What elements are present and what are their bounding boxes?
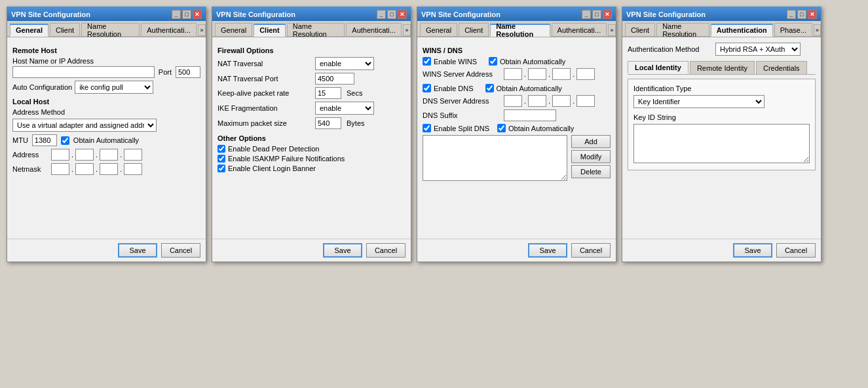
key-id-label: Key ID String	[633, 113, 676, 121]
close-btn-2[interactable]: ✕	[398, 10, 407, 19]
max-packet-input[interactable]	[315, 117, 341, 129]
mask-oct1[interactable]	[51, 163, 69, 175]
tab-nameres-1[interactable]: Name Resolution	[81, 23, 140, 36]
tab-client-2[interactable]: Client	[254, 24, 286, 37]
save-btn-1[interactable]: Save	[118, 243, 157, 258]
wins-obtain-auto-checkbox[interactable]	[489, 57, 497, 66]
maximize-btn-1[interactable]: □	[182, 10, 191, 19]
client-banner-checkbox[interactable]	[217, 165, 225, 172]
nat-traversal-row: NAT Traversal enable	[217, 57, 406, 70]
tab-local-identity[interactable]: Local Identity	[628, 61, 689, 74]
tab-client-3[interactable]: Client	[459, 23, 489, 36]
dns-oct2[interactable]	[528, 95, 546, 107]
maximize-btn-3[interactable]: □	[592, 10, 601, 19]
isakmp-checkbox[interactable]	[217, 155, 225, 163]
tab-general-1[interactable]: General	[10, 24, 48, 37]
address-method-select[interactable]: Use a virtual adapter and assigned addre…	[12, 119, 157, 132]
title-bar-2: VPN Site Configuration _ □ ✕	[212, 8, 411, 21]
wins-oct3[interactable]	[552, 68, 571, 80]
dns-obtain-auto-label: Obtain Automatically	[497, 85, 562, 92]
tab-more-4[interactable]: »	[814, 24, 821, 36]
title-buttons-3: _ □ ✕	[582, 10, 612, 19]
cancel-btn-3[interactable]: Cancel	[571, 243, 611, 258]
minimize-btn-1[interactable]: _	[172, 10, 181, 19]
close-btn-1[interactable]: ✕	[193, 10, 202, 19]
enable-wins-checkbox[interactable]	[423, 57, 431, 66]
minimize-btn-4[interactable]: _	[787, 10, 796, 19]
split-dns-checkbox[interactable]	[423, 124, 431, 132]
id-type-select-row: Key Identifier	[633, 95, 810, 108]
addr-oct4[interactable]	[124, 149, 142, 161]
tab-auth-2[interactable]: Authenticati...	[346, 23, 402, 36]
auth-method-select[interactable]: Hybrid RSA + XAuth	[715, 43, 801, 56]
save-btn-4[interactable]: Save	[733, 243, 772, 258]
dns-obtain-auto-checkbox[interactable]	[485, 84, 494, 92]
tab-nameres-3[interactable]: Name Resolution	[490, 24, 550, 37]
ike-frag-select[interactable]: enable	[315, 102, 374, 115]
host-input[interactable]	[12, 66, 155, 78]
close-btn-4[interactable]: ✕	[808, 10, 817, 19]
split-dns-obtain-auto-checkbox[interactable]	[497, 124, 506, 132]
auto-config-select[interactable]: ike config pull	[75, 81, 153, 94]
dns-suffix-input[interactable]	[504, 109, 556, 121]
port-input[interactable]	[176, 66, 200, 78]
auth-method-label: Authentication Method	[628, 45, 713, 53]
tab-credentials[interactable]: Credentials	[756, 61, 807, 74]
nat-trav-select[interactable]: enable	[315, 57, 374, 70]
cancel-btn-4[interactable]: Cancel	[776, 243, 816, 258]
nat-port-input[interactable]	[315, 73, 354, 85]
tab-client-1[interactable]: Client	[50, 23, 80, 36]
wins-oct4[interactable]	[576, 68, 595, 80]
mask-oct3[interactable]	[100, 163, 118, 175]
tab-auth-4[interactable]: Authentication	[711, 24, 773, 37]
enable-dns-checkbox[interactable]	[423, 84, 431, 92]
addr-oct2[interactable]	[75, 149, 94, 161]
mask-oct4[interactable]	[124, 163, 142, 175]
tab-nameres-2[interactable]: Name Resolution	[287, 23, 345, 36]
tab-general-2[interactable]: General	[215, 23, 252, 36]
nat-port-label: NAT Traversal Port	[217, 75, 312, 83]
wins-oct1[interactable]	[504, 68, 522, 80]
key-id-textarea[interactable]	[633, 124, 810, 163]
dead-peer-checkbox[interactable]	[217, 145, 225, 153]
tab-more-1[interactable]: »	[198, 24, 206, 36]
minimize-btn-3[interactable]: _	[582, 10, 591, 19]
inner-tab-bar: Local Identity Remote Identity Credentia…	[628, 61, 816, 75]
title-bar-3: VPN Site Configuration _ □ ✕	[417, 8, 616, 21]
cancel-btn-1[interactable]: Cancel	[161, 243, 200, 258]
mask-oct2[interactable]	[75, 163, 94, 175]
addr-oct1[interactable]	[51, 149, 69, 161]
tab-nameres-4[interactable]: Name Resolution	[656, 23, 709, 36]
maximize-btn-4[interactable]: □	[797, 10, 806, 19]
close-btn-3[interactable]: ✕	[603, 10, 612, 19]
keepalive-input[interactable]	[315, 87, 341, 99]
save-btn-3[interactable]: Save	[528, 243, 567, 258]
mtu-obtain-auto-checkbox[interactable]	[61, 136, 69, 145]
mtu-input[interactable]	[32, 134, 57, 146]
tab-remote-identity[interactable]: Remote Identity	[690, 61, 755, 74]
tab-phase-4[interactable]: Phase...	[774, 23, 812, 36]
minimize-btn-2[interactable]: _	[377, 10, 386, 19]
other-options-label: Other Options	[217, 134, 406, 142]
tab-auth-3[interactable]: Authenticati...	[552, 23, 607, 36]
tab-more-3[interactable]: »	[608, 24, 616, 36]
tab-more-2[interactable]: »	[403, 24, 411, 36]
save-btn-2[interactable]: Save	[323, 243, 362, 258]
dns-oct3[interactable]	[552, 95, 571, 107]
dns-list[interactable]	[423, 135, 567, 181]
dns-oct1[interactable]	[504, 95, 522, 107]
tab-auth-1[interactable]: Authenticati...	[141, 23, 197, 36]
wins-oct2[interactable]	[528, 68, 546, 80]
tab-client-4[interactable]: Client	[625, 23, 655, 36]
host-field-row: Host Name or IP Address Port	[12, 57, 200, 78]
dns-oct4[interactable]	[576, 95, 595, 107]
ike-frag-label: IKE Fragmentation	[217, 104, 312, 112]
delete-dns-btn[interactable]: Delete	[571, 165, 611, 178]
id-type-select[interactable]: Key Identifier	[633, 95, 764, 108]
maximize-btn-2[interactable]: □	[387, 10, 396, 19]
add-dns-btn[interactable]: Add	[571, 135, 611, 148]
modify-dns-btn[interactable]: Modify	[571, 150, 611, 163]
addr-oct3[interactable]	[100, 149, 118, 161]
cancel-btn-2[interactable]: Cancel	[366, 243, 406, 258]
tab-general-3[interactable]: General	[420, 23, 457, 36]
